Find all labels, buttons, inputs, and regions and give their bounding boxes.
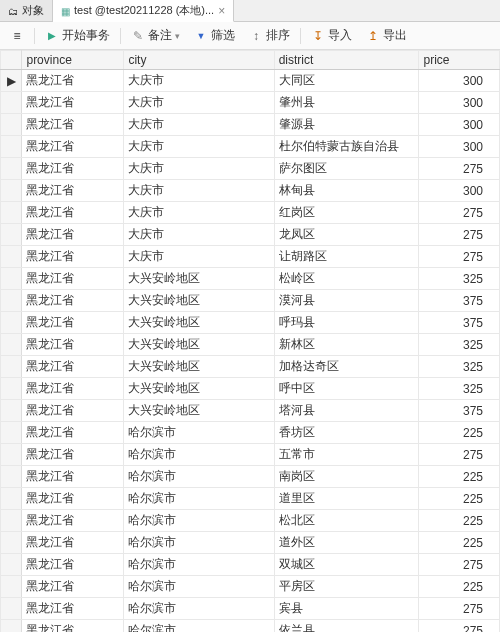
cell-province[interactable]: 黑龙江省 <box>22 268 124 290</box>
cell-city[interactable]: 哈尔滨市 <box>124 620 274 633</box>
cell-price[interactable]: 275 <box>419 444 500 466</box>
table-row[interactable]: 黑龙江省哈尔滨市双城区275 <box>1 554 500 576</box>
cell-city[interactable]: 大兴安岭地区 <box>124 268 274 290</box>
row-handle[interactable] <box>1 488 22 510</box>
cell-price[interactable]: 225 <box>419 510 500 532</box>
cell-district[interactable]: 红岗区 <box>274 202 419 224</box>
cell-price[interactable]: 225 <box>419 422 500 444</box>
row-handle[interactable] <box>1 114 22 136</box>
cell-price[interactable]: 375 <box>419 312 500 334</box>
cell-price[interactable]: 300 <box>419 180 500 202</box>
cell-province[interactable]: 黑龙江省 <box>22 114 124 136</box>
start-transaction-button[interactable]: 开始事务 <box>41 25 114 46</box>
cell-district[interactable]: 南岗区 <box>274 466 419 488</box>
cell-city[interactable]: 大兴安岭地区 <box>124 400 274 422</box>
cell-price[interactable]: 325 <box>419 378 500 400</box>
table-row[interactable]: 黑龙江省哈尔滨市香坊区225 <box>1 422 500 444</box>
tab-test-table[interactable]: test @test20211228 (本地)... × <box>53 0 234 22</box>
cell-city[interactable]: 大庆市 <box>124 70 274 92</box>
table-row[interactable]: 黑龙江省大庆市红岗区275 <box>1 202 500 224</box>
table-row[interactable]: 黑龙江省大庆市肇州县300 <box>1 92 500 114</box>
cell-province[interactable]: 黑龙江省 <box>22 598 124 620</box>
table-row[interactable]: 黑龙江省哈尔滨市松北区225 <box>1 510 500 532</box>
cell-district[interactable]: 宾县 <box>274 598 419 620</box>
cell-price[interactable]: 275 <box>419 158 500 180</box>
cell-city[interactable]: 哈尔滨市 <box>124 598 274 620</box>
cell-price[interactable]: 275 <box>419 224 500 246</box>
table-row[interactable]: 黑龙江省大兴安岭地区新林区325 <box>1 334 500 356</box>
filter-button[interactable]: 筛选 <box>190 25 239 46</box>
row-handle[interactable] <box>1 400 22 422</box>
table-row[interactable]: 黑龙江省大兴安岭地区呼玛县375 <box>1 312 500 334</box>
cell-district[interactable]: 肇州县 <box>274 92 419 114</box>
cell-province[interactable]: 黑龙江省 <box>22 488 124 510</box>
cell-province[interactable]: 黑龙江省 <box>22 180 124 202</box>
table-row[interactable]: 黑龙江省大兴安岭地区漠河县375 <box>1 290 500 312</box>
row-handle[interactable] <box>1 576 22 598</box>
col-header-price[interactable]: price <box>419 51 500 70</box>
row-handle[interactable] <box>1 92 22 114</box>
cell-city[interactable]: 大庆市 <box>124 246 274 268</box>
cell-city[interactable]: 大庆市 <box>124 114 274 136</box>
row-handle[interactable] <box>1 466 22 488</box>
row-handle[interactable] <box>1 532 22 554</box>
data-grid[interactable]: province city district price ▶黑龙江省大庆市大同区… <box>0 50 500 632</box>
table-row[interactable]: 黑龙江省大兴安岭地区松岭区325 <box>1 268 500 290</box>
cell-price[interactable]: 275 <box>419 202 500 224</box>
cell-province[interactable]: 黑龙江省 <box>22 576 124 598</box>
table-row[interactable]: 黑龙江省哈尔滨市道外区225 <box>1 532 500 554</box>
table-row[interactable]: 黑龙江省哈尔滨市道里区225 <box>1 488 500 510</box>
cell-province[interactable]: 黑龙江省 <box>22 312 124 334</box>
cell-district[interactable]: 肇源县 <box>274 114 419 136</box>
cell-price[interactable]: 225 <box>419 466 500 488</box>
export-button[interactable]: 导出 <box>362 25 411 46</box>
cell-district[interactable]: 香坊区 <box>274 422 419 444</box>
table-row[interactable]: 黑龙江省大庆市林甸县300 <box>1 180 500 202</box>
row-handle[interactable] <box>1 312 22 334</box>
row-handle[interactable] <box>1 268 22 290</box>
table-row[interactable]: 黑龙江省大兴安岭地区呼中区325 <box>1 378 500 400</box>
cell-district[interactable]: 道外区 <box>274 532 419 554</box>
row-handle[interactable] <box>1 180 22 202</box>
cell-city[interactable]: 哈尔滨市 <box>124 510 274 532</box>
cell-district[interactable]: 松北区 <box>274 510 419 532</box>
cell-price[interactable]: 275 <box>419 246 500 268</box>
cell-district[interactable]: 松岭区 <box>274 268 419 290</box>
row-handle[interactable] <box>1 378 22 400</box>
cell-province[interactable]: 黑龙江省 <box>22 92 124 114</box>
table-row[interactable]: 黑龙江省大兴安岭地区加格达奇区325 <box>1 356 500 378</box>
cell-price[interactable]: 300 <box>419 136 500 158</box>
table-row[interactable]: 黑龙江省哈尔滨市宾县275 <box>1 598 500 620</box>
cell-province[interactable]: 黑龙江省 <box>22 136 124 158</box>
cell-province[interactable]: 黑龙江省 <box>22 422 124 444</box>
cell-price[interactable]: 225 <box>419 576 500 598</box>
cell-price[interactable]: 300 <box>419 92 500 114</box>
cell-district[interactable]: 漠河县 <box>274 290 419 312</box>
cell-province[interactable]: 黑龙江省 <box>22 532 124 554</box>
cell-district[interactable]: 呼中区 <box>274 378 419 400</box>
cell-district[interactable]: 双城区 <box>274 554 419 576</box>
row-handle[interactable] <box>1 202 22 224</box>
cell-city[interactable]: 大庆市 <box>124 158 274 180</box>
cell-city[interactable]: 大庆市 <box>124 224 274 246</box>
cell-district[interactable]: 加格达奇区 <box>274 356 419 378</box>
cell-district[interactable]: 林甸县 <box>274 180 419 202</box>
cell-district[interactable]: 平房区 <box>274 576 419 598</box>
cell-province[interactable]: 黑龙江省 <box>22 290 124 312</box>
cell-province[interactable]: 黑龙江省 <box>22 444 124 466</box>
close-icon[interactable]: × <box>218 4 225 18</box>
cell-city[interactable]: 大庆市 <box>124 180 274 202</box>
cell-province[interactable]: 黑龙江省 <box>22 510 124 532</box>
cell-city[interactable]: 大庆市 <box>124 136 274 158</box>
table-row[interactable]: 黑龙江省大庆市肇源县300 <box>1 114 500 136</box>
cell-district[interactable]: 新林区 <box>274 334 419 356</box>
note-button[interactable]: 备注 ▾ <box>127 25 184 46</box>
cell-price[interactable]: 225 <box>419 488 500 510</box>
table-row[interactable]: 黑龙江省大庆市让胡路区275 <box>1 246 500 268</box>
cell-city[interactable]: 哈尔滨市 <box>124 488 274 510</box>
cell-city[interactable]: 哈尔滨市 <box>124 466 274 488</box>
cell-city[interactable]: 大庆市 <box>124 202 274 224</box>
cell-price[interactable]: 325 <box>419 334 500 356</box>
cell-city[interactable]: 大兴安岭地区 <box>124 378 274 400</box>
row-handle[interactable]: ▶ <box>1 70 22 92</box>
